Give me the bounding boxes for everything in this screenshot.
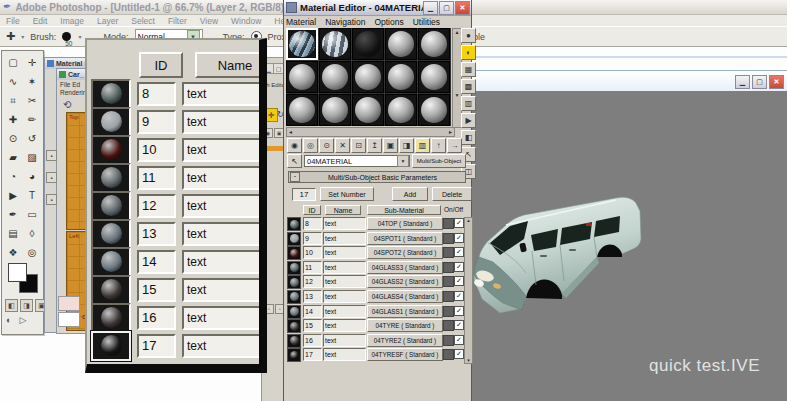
id-field[interactable]: 8 bbox=[137, 82, 176, 106]
crop-tool-icon[interactable]: ⌗ bbox=[4, 91, 23, 110]
material-thumbnail[interactable] bbox=[91, 163, 131, 193]
blur-tool-icon[interactable]: ◔ bbox=[4, 167, 23, 186]
pick-material-icon[interactable]: ↖ bbox=[287, 154, 302, 168]
make-preview-icon[interactable]: ▶ bbox=[461, 113, 476, 128]
put-to-library-icon[interactable]: ◎ bbox=[303, 138, 318, 153]
material-thumbnail[interactable] bbox=[287, 319, 301, 333]
id-field[interactable]: 9 bbox=[303, 232, 322, 245]
id-field[interactable]: 11 bbox=[303, 261, 322, 274]
gradient-tool-icon[interactable]: ▨ bbox=[23, 148, 42, 167]
submaterial-button[interactable]: 04TYRESF ( Standard ) bbox=[367, 348, 443, 361]
white-swatch[interactable] bbox=[58, 312, 80, 327]
id-field[interactable]: 12 bbox=[303, 275, 322, 288]
assign-to-selection-icon[interactable]: ⊙ bbox=[319, 138, 334, 153]
viewer-minimize-button[interactable]: ▁ bbox=[735, 75, 750, 89]
material-thumbnail[interactable] bbox=[91, 135, 131, 165]
on-off-checkbox[interactable]: ✓ bbox=[454, 218, 464, 228]
material-sample-slot-9[interactable] bbox=[385, 61, 417, 93]
name-header-button[interactable]: Name bbox=[325, 205, 361, 215]
options-icon[interactable]: ◧ bbox=[461, 130, 476, 145]
ps-menu-filter[interactable]: Filter bbox=[168, 16, 187, 26]
on-off-checkbox[interactable]: ✓ bbox=[454, 349, 464, 359]
material-name-dropdown[interactable]: 04MATERIAL ▼ bbox=[304, 155, 410, 167]
name-field[interactable]: text bbox=[323, 275, 366, 288]
magic-wand-tool-icon[interactable]: ✶ bbox=[23, 72, 42, 91]
material-color-swatch[interactable] bbox=[443, 233, 454, 244]
on-off-checkbox[interactable]: ✓ bbox=[454, 276, 464, 286]
name-field[interactable]: text bbox=[182, 334, 263, 358]
id-field[interactable]: 13 bbox=[303, 290, 322, 303]
material-thumbnail[interactable] bbox=[287, 334, 301, 348]
submaterial-button[interactable]: 04GLASS1 ( Standard ) bbox=[367, 305, 443, 318]
on-off-checkbox[interactable]: ✓ bbox=[454, 262, 464, 272]
sample-uv-tiling-icon[interactable]: ▥ bbox=[415, 138, 430, 153]
material-sample-slot-8[interactable] bbox=[352, 61, 384, 93]
on-off-checkbox[interactable]: ✓ bbox=[454, 306, 464, 316]
me-menu-options[interactable]: Options bbox=[374, 17, 403, 27]
get-material-icon[interactable]: ◉ bbox=[287, 138, 302, 153]
material-thumbnail[interactable] bbox=[91, 303, 131, 333]
id-field[interactable]: 16 bbox=[137, 306, 176, 330]
eyedropper-tool-icon[interactable]: ◊ bbox=[23, 224, 42, 243]
name-field[interactable]: text bbox=[323, 334, 366, 347]
me-close-button[interactable]: ✕ bbox=[455, 1, 470, 15]
clone-stamp-tool-icon[interactable]: ⊙ bbox=[4, 129, 23, 148]
background-icon[interactable]: ▦ bbox=[461, 62, 476, 77]
sample-tiling-icon[interactable]: ▩ bbox=[461, 79, 476, 94]
show-map-icon[interactable]: ▣ bbox=[383, 138, 398, 153]
material-thumbnail[interactable] bbox=[287, 275, 301, 289]
material-color-swatch[interactable] bbox=[443, 335, 454, 346]
screen-mode-button-2[interactable]: ◨ bbox=[20, 299, 33, 312]
material-sample-slot-10[interactable] bbox=[418, 61, 450, 93]
pink-swatch[interactable] bbox=[58, 296, 80, 311]
material-sample-slot-1[interactable] bbox=[286, 28, 318, 60]
history-brush-tool-icon[interactable]: ↺ bbox=[23, 129, 42, 148]
foreground-color-swatch[interactable] bbox=[8, 263, 27, 282]
id-field[interactable]: 14 bbox=[137, 250, 176, 274]
shape-tool-icon[interactable]: ▭ bbox=[23, 205, 42, 224]
id-field[interactable]: 8 bbox=[303, 217, 322, 230]
material-sample-slot-2[interactable] bbox=[319, 28, 351, 60]
healing-brush-tool-icon[interactable]: ✚ bbox=[4, 110, 23, 129]
id-field[interactable]: 10 bbox=[303, 246, 322, 259]
quick-mask-icon[interactable]: ◐ bbox=[6, 315, 11, 325]
hand-tool-icon[interactable]: ❖ bbox=[4, 243, 23, 262]
material-sample-slot-6[interactable] bbox=[286, 61, 318, 93]
eraser-tool-icon[interactable]: ▰ bbox=[4, 148, 23, 167]
material-color-swatch[interactable] bbox=[443, 218, 454, 229]
healing-brush-options-icon[interactable]: ✚ bbox=[6, 30, 15, 43]
id-field[interactable]: 15 bbox=[137, 278, 176, 302]
name-column-header-button[interactable]: Name bbox=[195, 52, 267, 78]
material-thumbnail[interactable] bbox=[287, 217, 301, 231]
material-class-button[interactable]: Multi/Sub-Object bbox=[412, 154, 466, 168]
id-column-header-button[interactable]: ID bbox=[139, 52, 183, 78]
delete-button[interactable]: Delete bbox=[432, 187, 472, 201]
id-field[interactable]: 13 bbox=[137, 222, 176, 246]
material-color-swatch[interactable] bbox=[443, 262, 454, 273]
name-field[interactable]: text bbox=[323, 217, 366, 230]
viewer-close-button[interactable]: ✕ bbox=[769, 75, 784, 89]
on-off-checkbox[interactable]: ✓ bbox=[454, 335, 464, 345]
jump-to-imageready-icon[interactable]: ▷ bbox=[19, 315, 26, 325]
sample-type-icon[interactable]: ● bbox=[461, 28, 476, 43]
path-select-tool-icon[interactable]: ▶ bbox=[4, 186, 23, 205]
material-sample-slot-3[interactable] bbox=[352, 28, 384, 60]
submaterial-button[interactable]: 04TYRE2 ( Standard ) bbox=[367, 334, 443, 347]
material-color-swatch[interactable] bbox=[443, 349, 454, 360]
zoom-tool-icon[interactable]: ◎ bbox=[23, 243, 42, 262]
id-field[interactable]: 10 bbox=[137, 138, 176, 162]
submaterial-button[interactable]: 04GLASS2 ( Standard ) bbox=[367, 275, 443, 288]
backlight-icon[interactable]: ◐ bbox=[461, 45, 476, 60]
go-to-parent-icon[interactable]: ↑ bbox=[431, 138, 446, 153]
submaterial-button[interactable]: 04GLASS3 ( Standard ) bbox=[367, 261, 443, 274]
notes-tool-icon[interactable]: ▤ bbox=[4, 224, 23, 243]
material-color-swatch[interactable] bbox=[443, 306, 454, 317]
add-button[interactable]: Add bbox=[392, 187, 428, 201]
slice-tool-icon[interactable]: ✂ bbox=[23, 91, 42, 110]
pen-tool-icon[interactable]: ✒ bbox=[4, 205, 23, 224]
material-thumbnail[interactable] bbox=[287, 290, 301, 304]
material-thumbnail[interactable] bbox=[91, 191, 131, 221]
name-field[interactable]: text bbox=[323, 348, 366, 361]
rollout-collapse-icon[interactable]: - bbox=[290, 172, 300, 182]
side-mini-button[interactable]: ▪ bbox=[46, 172, 57, 183]
